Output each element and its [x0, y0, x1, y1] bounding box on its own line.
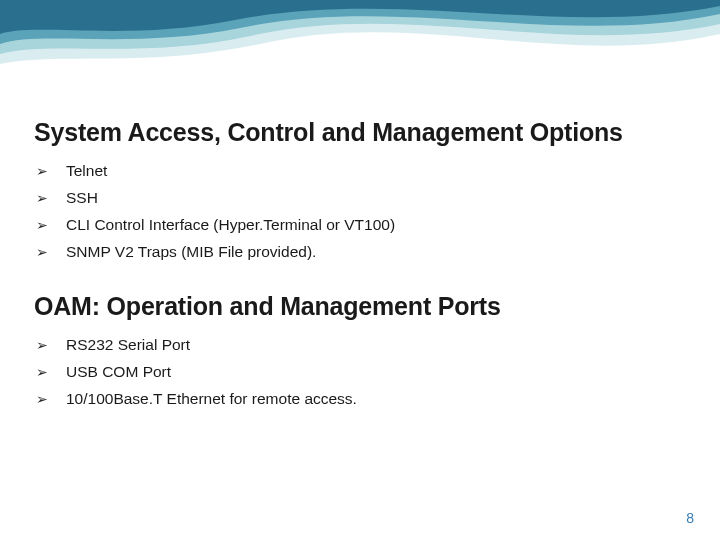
list-item: ➢ SSH [36, 188, 686, 208]
section-heading-access: System Access, Control and Management Op… [34, 118, 686, 147]
oam-ports-list: ➢ RS232 Serial Port ➢ USB COM Port ➢ 10/… [34, 335, 686, 409]
list-item-text: RS232 Serial Port [66, 335, 190, 355]
list-item: ➢ 10/100Base.T Ethernet for remote acces… [36, 389, 686, 409]
decorative-wave-banner [0, 0, 720, 110]
list-item: ➢ SNMP V2 Traps (MIB File provided). [36, 242, 686, 262]
list-item-text: SSH [66, 188, 98, 208]
bullet-arrow-icon: ➢ [36, 242, 66, 262]
bullet-arrow-icon: ➢ [36, 362, 66, 382]
list-item: ➢ CLI Control Interface (Hyper.Terminal … [36, 215, 686, 235]
bullet-arrow-icon: ➢ [36, 161, 66, 181]
list-item-text: Telnet [66, 161, 107, 181]
list-item: ➢ Telnet [36, 161, 686, 181]
list-item: ➢ USB COM Port [36, 362, 686, 382]
slide-content: System Access, Control and Management Op… [34, 118, 686, 416]
list-item-text: 10/100Base.T Ethernet for remote access. [66, 389, 357, 409]
list-item: ➢ RS232 Serial Port [36, 335, 686, 355]
section-heading-oam: OAM: Operation and Management Ports [34, 292, 686, 321]
list-item-text: CLI Control Interface (Hyper.Terminal or… [66, 215, 395, 235]
bullet-arrow-icon: ➢ [36, 215, 66, 235]
list-item-text: USB COM Port [66, 362, 171, 382]
access-options-list: ➢ Telnet ➢ SSH ➢ CLI Control Interface (… [34, 161, 686, 262]
bullet-arrow-icon: ➢ [36, 335, 66, 355]
page-number: 8 [686, 510, 694, 526]
list-item-text: SNMP V2 Traps (MIB File provided). [66, 242, 316, 262]
bullet-arrow-icon: ➢ [36, 188, 66, 208]
bullet-arrow-icon: ➢ [36, 389, 66, 409]
